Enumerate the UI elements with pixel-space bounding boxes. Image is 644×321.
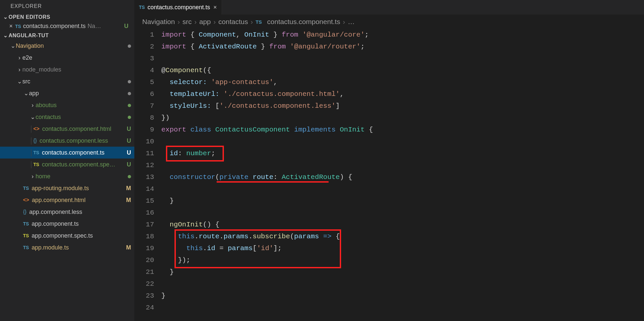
code-line[interactable]: selector: 'app-contactus', [161, 76, 644, 88]
git-status-badge [128, 173, 131, 180]
code-line[interactable]: constructor(private route: ActivatedRout… [161, 171, 644, 183]
tree-guide: │ [30, 161, 33, 168]
tree-file[interactable]: │ {}contactus.component.lessU [0, 135, 134, 147]
editor-tab[interactable]: TS contactus.component.ts × [134, 0, 222, 15]
tree-folder[interactable]: ⌄contactus [0, 111, 134, 123]
code-token: 'app-contactus' [211, 78, 273, 86]
code-line[interactable]: id: number; [161, 148, 644, 160]
code-line[interactable]: this.route.params.subscribe(params => { [161, 231, 644, 243]
tree-folder[interactable]: ›node_modules [0, 64, 134, 75]
tree-folder[interactable]: ⌄app [0, 87, 134, 99]
code-token: } [269, 31, 282, 39]
tree-file[interactable]: TSapp-routing.module.tsM [0, 182, 134, 194]
git-status-badge: M [126, 185, 131, 192]
modified-dot-icon [128, 104, 131, 107]
breadcrumbs[interactable]: Navigation›src›app›contactus›TScontactus… [134, 15, 644, 29]
code-token: [ [253, 245, 257, 252]
code-line[interactable]: ngOnInit() { [161, 219, 644, 231]
code-content[interactable]: import { Component, OnInit } from '@angu… [161, 29, 644, 321]
code-line[interactable] [161, 53, 644, 65]
code-line[interactable]: } [161, 266, 644, 278]
line-number: 4 [134, 65, 154, 76]
code-token: selector: [170, 78, 207, 86]
code-line[interactable]: templateUrl: './contactus.component.html… [161, 88, 644, 100]
code-token: Component [199, 31, 236, 39]
tree-file[interactable]: │ <>contactus.component.htmlU [0, 123, 134, 135]
code-token: { [365, 126, 373, 133]
git-status-badge [128, 43, 131, 49]
code-line[interactable]: } [161, 290, 644, 302]
code-token [335, 126, 340, 133]
code-token: ; [365, 31, 369, 39]
code-line[interactable]: }) [161, 112, 644, 124]
modified-dot-icon [128, 44, 131, 48]
line-number: 18 [134, 231, 154, 243]
code-token: ] [335, 102, 340, 110]
line-number: 10 [134, 136, 154, 148]
code-line[interactable] [161, 160, 644, 171]
breadcrumb-segment[interactable]: contactus.component.ts [267, 18, 340, 26]
code-token: () { [203, 221, 219, 228]
code-token [219, 90, 224, 98]
line-number: 17 [134, 219, 154, 231]
code-line[interactable]: this.id = params['id']; [161, 243, 644, 254]
modified-dot-icon [128, 175, 131, 178]
close-icon[interactable]: × [9, 23, 15, 30]
workspace-header[interactable]: ⌄ ANGULAR-TUT [0, 31, 134, 40]
tree-item-label: app.component.spec.ts [32, 232, 93, 239]
code-token [161, 102, 170, 110]
breadcrumb-segment[interactable]: Navigation [142, 18, 175, 26]
html-icon: <> [33, 126, 40, 132]
code-line[interactable]: import { ActivatedRoute } from '@angular… [161, 41, 644, 53]
tree-file[interactable]: │ TScontactus.component.spe…U [0, 159, 134, 170]
open-editor-item[interactable]: × TS contactus.component.ts Na… U [0, 21, 134, 31]
code-token: }) [161, 114, 170, 122]
breadcrumb-segment[interactable]: src [182, 18, 192, 26]
code-line[interactable]: @Component({ [161, 65, 644, 76]
code-token [290, 126, 294, 133]
tree-folder[interactable]: ›e2e [0, 52, 134, 64]
code-line[interactable]: }); [161, 254, 644, 266]
tree-folder[interactable]: ⌄src [0, 75, 134, 87]
code-line[interactable]: import { Component, OnInit } from '@angu… [161, 29, 644, 41]
close-icon[interactable]: × [213, 4, 217, 11]
line-number: 21 [134, 266, 154, 278]
code-line[interactable]: export class ContactusComponent implemen… [161, 124, 644, 136]
tree-item-label: home [36, 173, 50, 180]
code-token: ({ [203, 67, 211, 74]
tree-folder[interactable]: ›aboutus [0, 99, 134, 111]
tree-file[interactable]: {}app.component.less [0, 206, 134, 218]
tree-folder[interactable]: ⌄Navigation [0, 40, 134, 52]
typescript-icon: TS [23, 245, 29, 250]
tree-folder[interactable]: ›home [0, 170, 134, 182]
code-token: id [170, 150, 178, 157]
code-line[interactable]: styleUrls: ['./contactus.component.less'… [161, 100, 644, 112]
tree-file[interactable]: TSapp.module.tsM [0, 242, 134, 253]
code-line[interactable] [161, 207, 644, 219]
tree-file[interactable]: │ TScontactus.component.tsU [0, 147, 134, 159]
tree-file[interactable]: TSapp.component.spec.ts [0, 230, 134, 242]
breadcrumb-segment[interactable]: app [199, 18, 211, 26]
code-line[interactable] [161, 278, 644, 290]
breadcrumb-segment[interactable]: … [348, 18, 355, 26]
tree-file[interactable]: <>app.component.htmlM [0, 194, 134, 206]
line-number: 5 [134, 76, 154, 88]
open-editors-label: OPEN EDITORS [9, 14, 50, 20]
open-editors-header[interactable]: ⌄ OPEN EDITORS [0, 13, 134, 21]
tree-file[interactable]: TSapp.component.ts [0, 218, 134, 230]
code-line[interactable] [161, 136, 644, 148]
editor-area: TS contactus.component.ts × Navigation›s… [134, 0, 644, 321]
code-line[interactable] [161, 183, 644, 195]
tree-guide: │ [30, 149, 33, 156]
chevron-down-icon: ⌄ [3, 14, 9, 20]
code-token: @ [161, 67, 166, 74]
breadcrumb-segment[interactable]: contactus [218, 18, 248, 26]
tab-title: contactus.component.ts [148, 4, 210, 11]
code-editor[interactable]: 123456789101112131415161718192021222324 … [134, 29, 644, 321]
git-status-badge: U [124, 23, 132, 30]
code-line[interactable]: } [161, 195, 644, 207]
code-token: id [207, 245, 215, 252]
code-line[interactable] [161, 302, 644, 314]
code-token: import [161, 43, 186, 50]
code-token: = [215, 245, 228, 252]
